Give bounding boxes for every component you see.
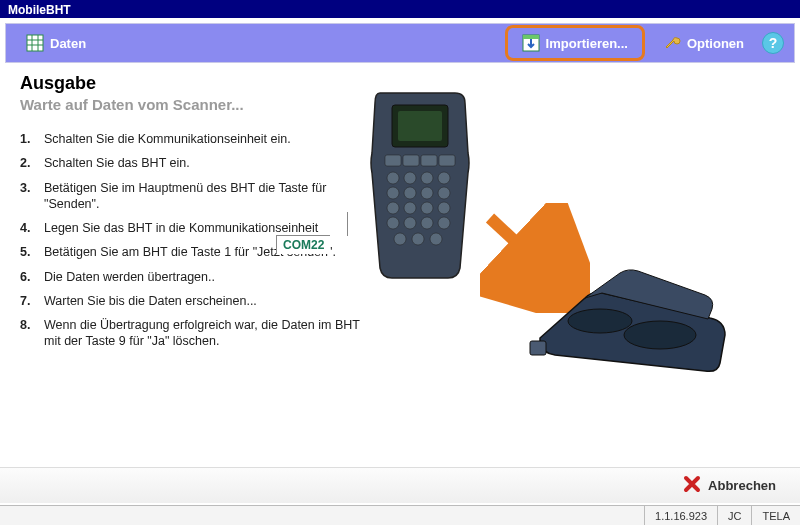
svg-point-15 bbox=[421, 172, 433, 184]
cancel-icon bbox=[682, 474, 702, 497]
svg-point-25 bbox=[387, 217, 399, 229]
cancel-label: Abbrechen bbox=[708, 478, 776, 493]
cradle-device-image bbox=[520, 243, 740, 386]
svg-point-22 bbox=[404, 202, 416, 214]
svg-point-34 bbox=[624, 321, 696, 349]
svg-point-17 bbox=[387, 187, 399, 199]
cancel-button[interactable]: Abbrechen bbox=[670, 468, 788, 503]
svg-point-14 bbox=[404, 172, 416, 184]
svg-point-31 bbox=[430, 233, 442, 245]
svg-point-16 bbox=[438, 172, 450, 184]
grid-icon bbox=[26, 34, 44, 52]
status-version: 1.1.16.923 bbox=[644, 506, 717, 525]
com-port-label: COM22 bbox=[276, 235, 330, 254]
svg-rect-8 bbox=[398, 111, 442, 141]
help-icon[interactable]: ? bbox=[762, 32, 784, 54]
svg-point-27 bbox=[421, 217, 433, 229]
svg-point-20 bbox=[438, 187, 450, 199]
daten-button[interactable]: Daten bbox=[16, 30, 96, 56]
svg-point-19 bbox=[421, 187, 433, 199]
svg-point-30 bbox=[412, 233, 424, 245]
toolbar: Daten Importieren... Optionen ? bbox=[5, 23, 795, 63]
svg-rect-10 bbox=[403, 155, 419, 166]
window-title: MobileBHT bbox=[8, 3, 71, 17]
import-icon bbox=[522, 34, 540, 52]
status-bar: 1.1.16.923 JC TELA bbox=[0, 505, 800, 525]
svg-point-29 bbox=[394, 233, 406, 245]
scanner-device-image bbox=[360, 83, 480, 286]
wrench-icon bbox=[663, 34, 681, 52]
svg-point-28 bbox=[438, 217, 450, 229]
svg-rect-12 bbox=[439, 155, 455, 166]
status-db: TELA bbox=[751, 506, 800, 525]
svg-rect-6 bbox=[523, 35, 539, 39]
footer-bar: Abbrechen bbox=[0, 467, 800, 503]
svg-point-26 bbox=[404, 217, 416, 229]
svg-point-21 bbox=[387, 202, 399, 214]
importieren-highlight: Importieren... bbox=[505, 25, 645, 61]
svg-point-33 bbox=[568, 309, 632, 333]
svg-rect-9 bbox=[385, 155, 401, 166]
daten-label: Daten bbox=[50, 36, 86, 51]
optionen-button[interactable]: Optionen bbox=[653, 30, 754, 56]
content-area: Ausgabe Warte auf Daten vom Scanner... 1… bbox=[0, 63, 800, 473]
svg-rect-11 bbox=[421, 155, 437, 166]
svg-point-23 bbox=[421, 202, 433, 214]
svg-point-18 bbox=[404, 187, 416, 199]
optionen-label: Optionen bbox=[687, 36, 744, 51]
svg-rect-35 bbox=[530, 341, 546, 355]
window-titlebar: MobileBHT bbox=[0, 0, 800, 18]
svg-point-13 bbox=[387, 172, 399, 184]
importieren-button[interactable]: Importieren... bbox=[512, 30, 638, 56]
svg-point-24 bbox=[438, 202, 450, 214]
importieren-label: Importieren... bbox=[546, 36, 628, 51]
status-user: JC bbox=[717, 506, 751, 525]
svg-rect-0 bbox=[27, 35, 43, 51]
